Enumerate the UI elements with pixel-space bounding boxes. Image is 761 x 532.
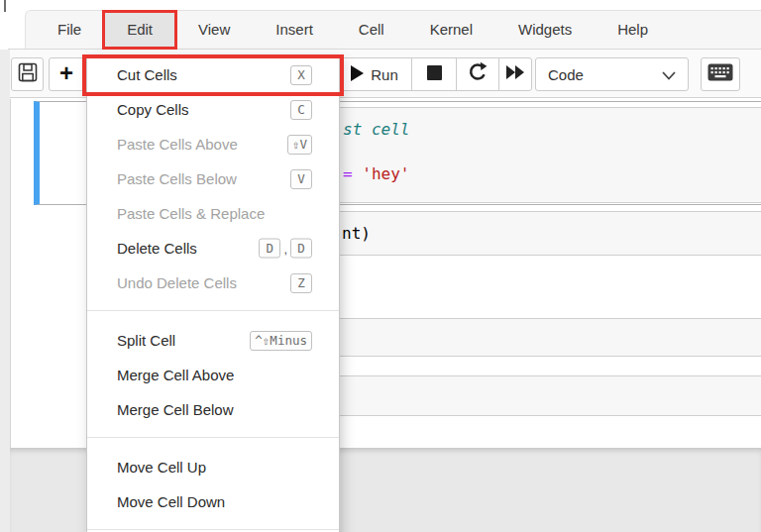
menu-item-split-cell[interactable]: Split Cell^⇧Minus xyxy=(87,323,339,358)
menu-separator xyxy=(87,310,339,311)
menu-item-cut-cells[interactable]: Cut CellsX xyxy=(87,57,339,92)
menu-item-paste-cells-replace: Paste Cells & Replace xyxy=(87,196,339,231)
restart-icon xyxy=(467,61,489,87)
menu-separator xyxy=(87,437,339,438)
menu-item-label: Move Cell Down xyxy=(117,493,225,510)
menu-item-copy-cells[interactable]: Copy CellsC xyxy=(87,92,339,127)
interrupt-kernel-button[interactable] xyxy=(411,57,457,91)
menu-bar: FileEditViewInsertCellKernelWidgetsHelp xyxy=(25,10,761,50)
play-icon xyxy=(351,65,364,84)
menu-item-delete-cells[interactable]: Delete CellsD,D xyxy=(87,231,339,266)
menubar-item-view[interactable]: View xyxy=(175,12,253,48)
command-palette-button[interactable] xyxy=(701,57,740,91)
menu-item-label: Move Cell Up xyxy=(117,459,206,476)
menu-item-merge-cell-above[interactable]: Merge Cell Above xyxy=(87,358,339,392)
menu-item-label: Copy Cells xyxy=(117,101,189,118)
menubar-item-kernel[interactable]: Kernel xyxy=(407,12,495,48)
menubar-item-insert[interactable]: Insert xyxy=(253,12,336,48)
menu-item-label: Delete Cells xyxy=(117,240,197,257)
menu-item-shortcut: ^⇧Minus xyxy=(250,331,312,351)
add-cell-button[interactable]: + xyxy=(49,57,84,91)
menu-item-shortcut: X xyxy=(290,65,312,85)
menu-separator xyxy=(87,529,339,530)
run-button-label: Run xyxy=(371,66,398,83)
code-fragment-comment: st cell xyxy=(343,120,409,139)
menu-item-move-cell-up[interactable]: Move Cell Up xyxy=(87,450,339,484)
menu-item-move-cell-down[interactable]: Move Cell Down xyxy=(87,484,339,519)
fast-forward-icon xyxy=(505,65,525,83)
cell-type-value: Code xyxy=(548,66,662,83)
stop-icon xyxy=(427,65,442,84)
code-line: = 'hey' xyxy=(343,164,409,184)
shortcut-key: C xyxy=(290,100,312,120)
shortcut-key: ⇧V xyxy=(287,135,312,155)
cell-type-select[interactable]: Code xyxy=(535,57,689,91)
page-left-gutter xyxy=(0,50,10,532)
plus-icon: + xyxy=(59,59,73,87)
code-line: nt) xyxy=(342,224,371,244)
restart-run-all-button[interactable] xyxy=(498,57,532,91)
menu-item-label: Merge Cell Above xyxy=(117,367,234,383)
code-line: st cell xyxy=(343,120,409,140)
menu-item-shortcut: Z xyxy=(290,273,312,293)
shortcut-key: X xyxy=(290,65,312,85)
save-icon xyxy=(18,62,38,86)
shortcut-key: D xyxy=(290,239,312,259)
menu-item-label: Merge Cell Below xyxy=(117,401,234,418)
menubar-item-cell[interactable]: Cell xyxy=(336,12,407,48)
code-fragment-plain: nt) xyxy=(342,224,371,243)
shortcut-key: V xyxy=(290,169,312,189)
menu-item-merge-cell-below[interactable]: Merge Cell Below xyxy=(87,392,339,427)
menu-item-shortcut: V xyxy=(290,169,312,189)
menu-item-undo-delete-cells: Undo Delete CellsZ xyxy=(87,266,339,300)
menu-item-label: Paste Cells & Replace xyxy=(117,205,265,222)
menu-item-shortcut: C xyxy=(290,100,312,120)
menu-item-shortcut: D,D xyxy=(259,231,312,266)
shortcut-comma: , xyxy=(283,231,287,266)
menubar-item-file[interactable]: File xyxy=(35,12,104,48)
menu-item-label: Cut Cells xyxy=(117,66,177,83)
menu-item-paste-cells-above: Paste Cells Above⇧V xyxy=(87,127,339,161)
code-fragment-string: 'hey' xyxy=(362,164,409,183)
menubar-item-edit[interactable]: Edit xyxy=(104,12,175,48)
run-button-group: Run xyxy=(337,57,532,91)
menu-item-label: Paste Cells Above xyxy=(117,136,238,153)
run-button[interactable]: Run xyxy=(337,57,412,91)
keyboard-icon xyxy=(707,63,733,85)
menubar-item-widgets[interactable]: Widgets xyxy=(495,12,595,48)
menu-item-shortcut: ⇧V xyxy=(287,135,312,155)
chevron-down-icon xyxy=(662,66,676,83)
menu-item-paste-cells-below: Paste Cells BelowV xyxy=(87,161,339,196)
menubar-item-help[interactable]: Help xyxy=(595,12,671,48)
crop-notch xyxy=(4,0,6,12)
shortcut-key: ^⇧Minus xyxy=(250,331,312,351)
shortcut-key: Z xyxy=(290,273,312,293)
menu-item-label: Split Cell xyxy=(117,332,175,349)
menu-item-label: Undo Delete Cells xyxy=(117,274,237,291)
restart-kernel-button[interactable] xyxy=(456,57,499,91)
shortcut-key: D xyxy=(259,239,280,259)
menu-item-label: Paste Cells Below xyxy=(117,170,237,187)
save-button[interactable] xyxy=(11,57,44,91)
code-fragment-operator: = xyxy=(343,164,362,183)
jupyter-notebook-window: FileEditViewInsertCellKernelWidgetsHelp … xyxy=(0,0,761,532)
edit-dropdown-menu: Cut CellsXCopy CellsCPaste Cells Above⇧V… xyxy=(86,54,340,532)
